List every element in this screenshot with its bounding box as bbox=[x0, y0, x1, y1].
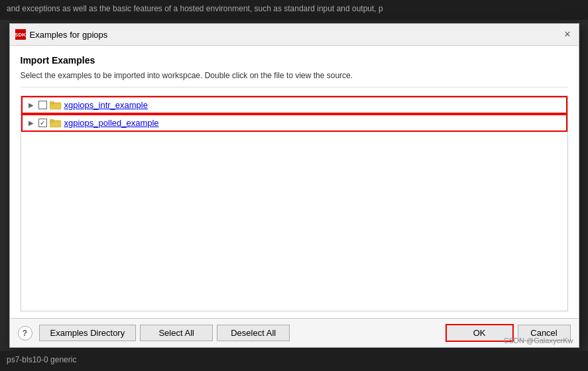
section-title: Import Examples bbox=[21, 55, 568, 66]
dialog-titlebar: SDK Examples for gpiops × bbox=[10, 24, 579, 46]
dialog-body: Import Examples Select the examples to b… bbox=[10, 46, 579, 318]
background-bottom: ps7-bls10-0 generic bbox=[0, 351, 588, 371]
tree-label-1: xgpiops_intr_example bbox=[64, 100, 148, 110]
background-top-text: and exceptions as well as the basic feat… bbox=[0, 0, 588, 20]
tree-row-1[interactable]: ▶ xgpiops_intr_example bbox=[21, 96, 567, 114]
section-desc: Select the examples to be imported into … bbox=[21, 71, 568, 87]
title-left: SDK Examples for gpiops bbox=[15, 29, 108, 40]
tree-label-2: xgpiops_polled_example bbox=[64, 118, 159, 128]
dialog-title: Examples for gpiops bbox=[30, 30, 108, 40]
folder-icon-2 bbox=[50, 119, 62, 128]
bottom-left-text: ps7-bls10-0 generic bbox=[7, 355, 76, 367]
tree-checkbox-1[interactable] bbox=[38, 101, 47, 109]
close-button[interactable]: × bbox=[561, 28, 573, 41]
examples-directory-button[interactable]: Examples Directory bbox=[39, 325, 137, 341]
dialog: SDK Examples for gpiops × Import Example… bbox=[9, 23, 579, 348]
tree-checkbox-2[interactable]: ✓ bbox=[38, 119, 47, 127]
tree-toggle-1[interactable]: ▶ bbox=[27, 101, 36, 110]
select-all-button[interactable]: Select All bbox=[140, 325, 213, 341]
sdk-icon: SDK bbox=[15, 29, 26, 40]
folder-icon-1 bbox=[50, 101, 62, 110]
tree-toggle-2[interactable]: ▶ bbox=[27, 119, 36, 128]
watermark: CSDN @GalaxyerKw bbox=[504, 337, 573, 344]
help-button[interactable]: ? bbox=[18, 326, 32, 341]
tree-row-2[interactable]: ▶ ✓ xgpiops_polled_example bbox=[21, 114, 567, 132]
deselect-all-button[interactable]: Deselect All bbox=[217, 325, 290, 341]
tree-container[interactable]: ▶ xgpiops_intr_example ▶ ✓ bbox=[21, 95, 568, 311]
dialog-footer: ? Examples Directory Select All Deselect… bbox=[10, 318, 579, 347]
